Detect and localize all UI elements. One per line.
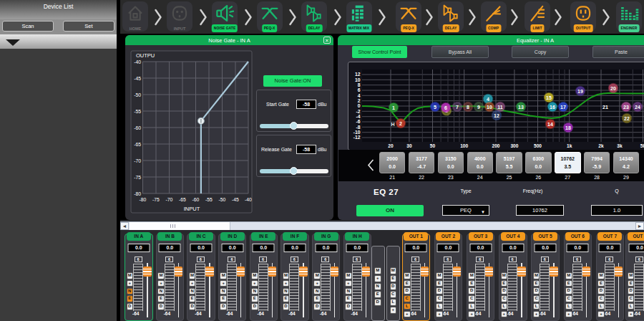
svg-text:30: 30 [406, 143, 412, 148]
svg-text:-2: -2 [356, 109, 360, 114]
svg-text:22: 22 [624, 116, 630, 121]
svg-text:100: 100 [460, 143, 468, 148]
svg-text:11: 11 [497, 105, 503, 110]
svg-text:-40: -40 [134, 59, 141, 64]
svg-text:10: 10 [487, 105, 492, 110]
svg-text:-70: -70 [166, 197, 173, 202]
svg-text:-65: -65 [179, 197, 186, 202]
svg-text:10: 10 [355, 77, 361, 82]
svg-text:20: 20 [610, 86, 616, 91]
svg-text:6: 6 [358, 87, 361, 92]
svg-text:200: 200 [492, 143, 499, 148]
svg-text:-4: -4 [356, 114, 360, 119]
svg-text:-40: -40 [245, 197, 252, 202]
svg-text:-60: -60 [134, 125, 141, 130]
svg-text:-45: -45 [232, 197, 239, 202]
svg-text:24: 24 [635, 105, 640, 110]
svg-text:2: 2 [358, 98, 361, 103]
svg-text:1: 1 [392, 105, 395, 110]
svg-text:-45: -45 [134, 76, 141, 81]
svg-text:-55: -55 [134, 109, 141, 114]
svg-text:4: 4 [358, 93, 361, 98]
svg-text:12: 12 [494, 113, 499, 118]
svg-text:5: 5 [434, 105, 436, 110]
svg-text:14: 14 [547, 122, 553, 127]
svg-text:9: 9 [477, 105, 480, 110]
svg-text:7: 7 [456, 105, 459, 110]
svg-text:300: 300 [510, 143, 518, 148]
svg-text:2: 2 [399, 121, 402, 126]
svg-text:-65: -65 [134, 142, 141, 147]
svg-text:23: 23 [623, 105, 629, 110]
svg-text:3k: 3k [617, 143, 623, 148]
svg-text:15: 15 [546, 95, 552, 100]
svg-text:-10: -10 [353, 130, 361, 135]
svg-text:50: 50 [430, 143, 436, 148]
svg-text:8: 8 [358, 82, 361, 87]
svg-text:5k: 5k [640, 143, 644, 148]
svg-text:-75: -75 [134, 175, 141, 180]
svg-text:-80: -80 [134, 191, 141, 196]
svg-text:-6: -6 [356, 119, 360, 124]
svg-text:8: 8 [467, 105, 469, 110]
svg-text:-75: -75 [152, 197, 160, 202]
svg-text:-60: -60 [192, 197, 200, 202]
svg-text:-50: -50 [134, 92, 141, 97]
svg-text:2k: 2k [598, 143, 604, 148]
svg-text:INPUT: INPUT [184, 206, 200, 212]
svg-text:500: 500 [534, 143, 542, 148]
svg-text:-55: -55 [205, 197, 213, 202]
svg-text:0: 0 [358, 103, 361, 108]
svg-text:21: 21 [602, 105, 608, 110]
svg-text:-50: -50 [219, 197, 226, 202]
svg-text:18: 18 [565, 125, 571, 130]
svg-text:13: 13 [518, 105, 524, 110]
svg-text:-12: -12 [353, 135, 361, 140]
svg-text:H: H [391, 122, 394, 127]
svg-text:19: 19 [577, 89, 583, 94]
svg-text:-8: -8 [356, 125, 360, 130]
svg-text:4: 4 [487, 97, 489, 102]
svg-text:20: 20 [388, 143, 394, 148]
svg-text:1k: 1k [567, 143, 572, 148]
svg-text:12: 12 [355, 72, 361, 77]
svg-text:OUTPU: OUTPU [136, 52, 155, 59]
svg-text:6: 6 [444, 105, 447, 110]
svg-text:16: 16 [550, 105, 555, 110]
svg-text:-70: -70 [134, 158, 141, 163]
svg-text:-80: -80 [140, 197, 147, 202]
svg-text:17: 17 [560, 105, 566, 110]
